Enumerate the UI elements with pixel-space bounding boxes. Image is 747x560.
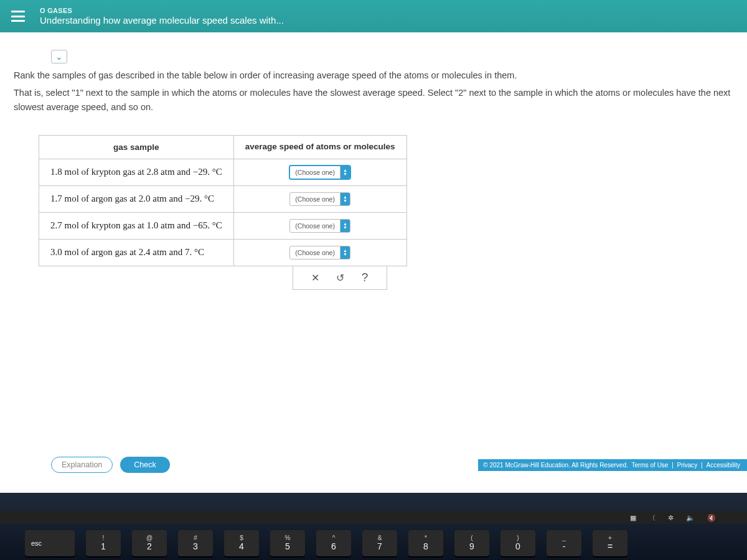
select-placeholder: (Choose one) — [290, 169, 340, 176]
laptop-bezel: ▦ 〈 ✲ 🔈 🔇 esc !1 @2 #3 $4 %5 ^6 &7 *8 (9… — [0, 493, 747, 560]
touchbar-layout-icon[interactable]: ▦ — [630, 514, 636, 522]
key-minus[interactable]: _- — [547, 530, 581, 556]
help-icon: ? — [362, 271, 369, 284]
instruction-line-1: Rank the samples of gas described in the… — [14, 68, 733, 82]
touchbar-back-icon[interactable]: 〈 — [649, 513, 655, 523]
help-button[interactable]: ? — [359, 271, 371, 284]
tool-row: ✕ ↺ ? — [293, 266, 387, 290]
sample-cell: 1.7 mol of argon gas at 2.0 atm and −29.… — [39, 185, 234, 212]
key-6[interactable]: ^6 — [316, 530, 351, 556]
copyright-text: © 2021 McGraw-Hill Education. All Rights… — [483, 462, 627, 469]
reset-icon: ↺ — [336, 273, 344, 283]
table-row: 1.7 mol of argon gas at 2.0 atm and −29.… — [39, 185, 407, 212]
touchbar-mute-icon[interactable]: 🔇 — [707, 514, 716, 522]
instructions: Rank the samples of gas described in the… — [14, 68, 733, 114]
key-equals[interactable]: += — [593, 530, 627, 556]
key-7[interactable]: &7 — [362, 530, 397, 556]
touchbar-brightness-icon[interactable]: ✲ — [668, 514, 674, 522]
header-topic: O GASES — [40, 7, 284, 15]
key-0[interactable]: )0 — [500, 530, 535, 556]
key-esc[interactable]: esc — [25, 530, 75, 556]
privacy-link[interactable]: Privacy — [677, 462, 698, 469]
content-area: ⌄ Rank the samples of gas described in t… — [0, 32, 747, 493]
select-stepper-icon: ▲▼ — [340, 193, 350, 205]
check-button[interactable]: Check — [120, 457, 169, 473]
footer-bar: Explanation Check © 2021 McGraw-Hill Edu… — [14, 457, 747, 473]
key-2[interactable]: @2 — [132, 530, 167, 556]
key-9[interactable]: (9 — [454, 530, 489, 556]
col-header-sample: gas sample — [39, 136, 234, 159]
col-header-speed: average speed of atoms or molecules — [233, 136, 406, 159]
key-8[interactable]: *8 — [408, 530, 443, 556]
copyright: © 2021 McGraw-Hill Education. All Rights… — [478, 459, 747, 471]
touchbar-volume-icon[interactable]: 🔈 — [686, 514, 695, 522]
select-stepper-icon: ▲▼ — [340, 246, 350, 259]
reset-button[interactable]: ↺ — [334, 272, 346, 284]
touchbar: ▦ 〈 ✲ 🔈 🔇 — [0, 511, 747, 524]
hamburger-menu-icon[interactable] — [11, 11, 25, 22]
close-icon: ✕ — [311, 273, 319, 283]
gas-sample-table: gas sample average speed of atoms or mol… — [39, 135, 407, 266]
select-placeholder: (Choose one) — [290, 195, 340, 203]
select-stepper-icon: ▲▼ — [340, 166, 350, 179]
rank-select-4[interactable]: (Choose one) ▲▼ — [289, 246, 350, 259]
explanation-button[interactable]: Explanation — [51, 457, 113, 473]
sample-cell: 3.0 mol of argon gas at 2.4 atm and 7. °… — [39, 239, 234, 266]
sample-cell: 2.7 mol of krypton gas at 1.0 atm and −6… — [39, 212, 234, 239]
rank-select-1[interactable]: (Choose one) ▲▼ — [289, 166, 350, 179]
clear-button[interactable]: ✕ — [309, 272, 321, 284]
rank-select-3[interactable]: (Choose one) ▲▼ — [289, 219, 350, 233]
table-row: 3.0 mol of argon gas at 2.4 atm and 7. °… — [39, 239, 407, 266]
table-row: 1.8 mol of krypton gas at 2.8 atm and −2… — [39, 159, 407, 185]
key-4[interactable]: $4 — [224, 530, 259, 556]
collapse-toggle[interactable]: ⌄ — [51, 50, 67, 63]
select-placeholder: (Choose one) — [290, 249, 340, 256]
select-stepper-icon: ▲▼ — [340, 220, 350, 232]
table-row: 2.7 mol of krypton gas at 1.0 atm and −6… — [39, 212, 407, 239]
instruction-line-2: That is, select "1" next to the sample i… — [14, 86, 733, 114]
header-title: Understanding how average molecular spee… — [40, 15, 284, 26]
key-5[interactable]: %5 — [270, 530, 305, 556]
app-header: O GASES Understanding how average molecu… — [0, 0, 747, 32]
sample-cell: 1.8 mol of krypton gas at 2.8 atm and −2… — [39, 159, 234, 185]
chevron-down-icon: ⌄ — [55, 52, 63, 61]
key-3[interactable]: #3 — [178, 530, 213, 556]
terms-link[interactable]: Terms of Use — [632, 462, 669, 469]
select-placeholder: (Choose one) — [290, 222, 340, 230]
accessibility-link[interactable]: Accessibility — [707, 462, 740, 469]
keyboard-row: esc !1 @2 #3 $4 %5 ^6 &7 *8 (9 )0 _- += — [0, 530, 747, 556]
key-1[interactable]: !1 — [86, 530, 121, 556]
rank-select-2[interactable]: (Choose one) ▲▼ — [289, 192, 350, 206]
